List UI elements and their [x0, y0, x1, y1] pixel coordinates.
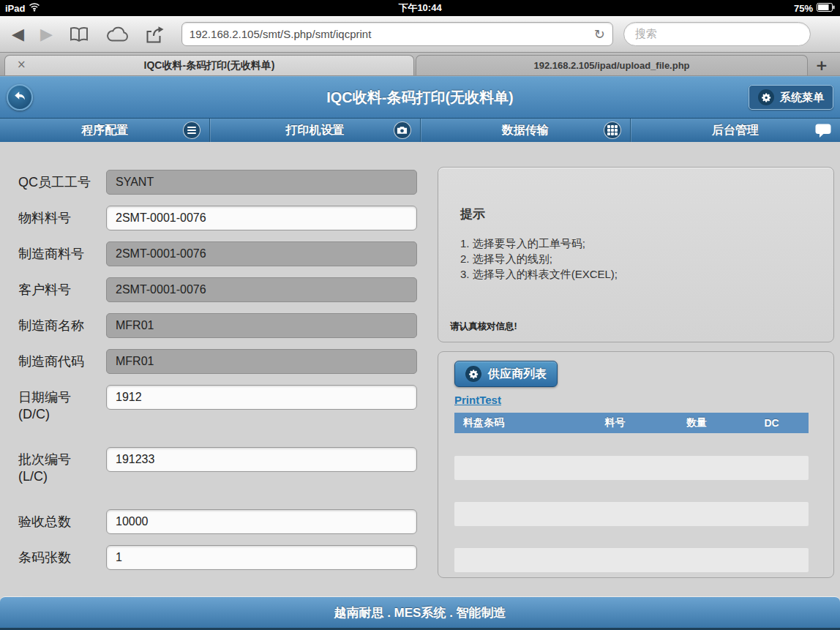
battery-percent: 75%: [794, 3, 813, 14]
supplier-list-label: 供应商列表: [488, 367, 547, 382]
column-header: 料号: [596, 416, 678, 430]
tips-list: 1. 选择要导入的工单号码; 2. 选择导入的线别; 3. 选择导入的料表文件(…: [460, 236, 811, 282]
form-row: 客户料号: [18, 277, 417, 302]
address-bar[interactable]: 192.168.2.105/smt/S.php/smt/iqcprint ↻: [181, 22, 613, 46]
search-placeholder: 搜索: [635, 27, 657, 41]
field-label: 客户料号: [18, 277, 106, 302]
tab-iqcprint[interactable]: × IQC收料-条码打印(无收料单): [4, 55, 414, 75]
table-empty-row: [454, 456, 809, 480]
form-row: 条码张数: [18, 545, 417, 570]
nav-bar: 程序配置 打印机设置 数据传输 后台管理: [0, 118, 840, 142]
system-menu-button[interactable]: 系统菜单: [749, 85, 833, 110]
bookmarks-icon[interactable]: [69, 26, 89, 42]
field-label: 制造商料号: [18, 241, 106, 266]
field-label: 物料料号: [18, 206, 106, 230]
form-row: QC员工工号: [18, 170, 417, 195]
column-header: DC: [755, 417, 809, 429]
tab-upload-file[interactable]: 192.168.2.105/ipad/upload_file.php: [416, 55, 808, 75]
close-tab-icon[interactable]: ×: [17, 59, 26, 70]
field-label: QC员工工号: [18, 170, 106, 195]
column-header: 数量: [678, 416, 755, 430]
nav-label: 后台管理: [712, 123, 759, 138]
form-row: 批次编号 (L/C): [18, 447, 417, 485]
nav-label: 打印机设置: [285, 123, 344, 138]
field-label: 批次编号 (L/C): [18, 447, 106, 485]
tips-item: 1. 选择要导入的工单号码;: [460, 236, 811, 251]
field-label: 制造商代码: [18, 349, 106, 374]
system-menu-label: 系统菜单: [780, 91, 824, 105]
gear-icon: [758, 89, 774, 105]
accepted-quantity-field[interactable]: [106, 509, 417, 534]
battery-icon: [817, 3, 835, 14]
column-header: 料盘条码: [454, 416, 596, 430]
browser-back-button[interactable]: ◀: [12, 26, 24, 42]
right-column: 提示 1. 选择要导入的工单号码; 2. 选择导入的线别; 3. 选择导入的料表…: [438, 167, 834, 578]
browser-forward-button[interactable]: ▶: [40, 26, 53, 42]
tips-item: 3. 选择导入的料表文件(EXCEL);: [460, 266, 811, 282]
tab-bar: × IQC收料-条码打印(无收料单) 192.168.2.105/ipad/up…: [0, 53, 840, 76]
tips-panel: 提示 1. 选择要导入的工单号码; 2. 选择导入的线别; 3. 选择导入的料表…: [438, 167, 834, 342]
manufacturer-code-field: [106, 349, 417, 374]
tips-title: 提示: [460, 206, 811, 222]
barcode-count-field[interactable]: [106, 545, 417, 570]
nav-item-data-transfer[interactable]: 数据传输: [420, 119, 630, 142]
new-tab-button[interactable]: +: [808, 55, 836, 75]
field-label: 验收总数: [18, 509, 106, 534]
material-part-number-field[interactable]: [106, 206, 417, 230]
clock: 下午10:44: [0, 1, 840, 15]
table-empty-row: [454, 502, 809, 526]
supplier-list-button[interactable]: 供应商列表: [454, 361, 558, 387]
manufacturer-part-number-field: [106, 241, 417, 266]
chat-bubble-icon: [815, 124, 831, 140]
field-label: 制造商名称: [18, 313, 106, 338]
nav-label: 数据传输: [502, 123, 549, 138]
print-test-link[interactable]: PrintTest: [454, 394, 501, 406]
share-icon[interactable]: [145, 26, 165, 43]
carrier-label: iPad: [5, 3, 25, 14]
form-row: 制造商名称: [18, 313, 417, 338]
date-code-field[interactable]: [106, 385, 417, 410]
lot-code-field[interactable]: [106, 447, 417, 472]
footer-text: 越南耐思 . MES系统 . 智能制造: [334, 604, 506, 621]
customer-part-number-field: [106, 277, 417, 302]
tips-item: 2. 选择导入的线别;: [460, 251, 811, 266]
app-header: IQC收料-条码打印(无收料单) 系统菜单: [0, 76, 840, 118]
reel-table-header: 料盘条码 料号 数量 DC: [454, 413, 809, 433]
reload-icon[interactable]: ↻: [594, 26, 605, 42]
wifi-icon: [29, 2, 40, 14]
address-bar-url[interactable]: 192.168.2.105/smt/S.php/smt/iqcprint: [190, 28, 594, 40]
field-label: 条码张数: [18, 545, 106, 570]
app-back-button[interactable]: [7, 84, 33, 110]
nav-item-printer-settings[interactable]: 打印机设置: [209, 119, 419, 142]
form-row: 制造商料号: [18, 241, 417, 266]
form-row: 验收总数: [18, 509, 417, 534]
tab-title: IQC收料-条码打印(无收料单): [144, 59, 275, 72]
page-title: IQC收料-条码打印(无收料单): [0, 88, 840, 108]
iqc-form: QC员工工号 物料料号 制造商料号 客户料号 制造商名称 制造商代码 日期编号 …: [18, 170, 417, 623]
nav-label: 程序配置: [81, 123, 128, 138]
icloud-icon[interactable]: [105, 26, 129, 42]
camera-icon: [394, 121, 411, 139]
search-input[interactable]: 搜索: [623, 22, 811, 46]
back-arrow-icon: [13, 91, 26, 105]
supplier-panel: 供应商列表 PrintTest 料盘条码 料号 数量 DC: [438, 351, 834, 578]
table-empty-row: [454, 548, 809, 572]
form-row: 日期编号 (D/C): [18, 385, 417, 423]
grid-icon: [604, 121, 621, 139]
qc-employee-id-field: [106, 170, 417, 195]
field-label: 日期编号 (D/C): [18, 385, 106, 423]
browser-toolbar: ◀ ▶ 192.168.2.105/smt/S.php/smt/iqcprint…: [0, 16, 840, 53]
nav-item-backend-admin[interactable]: 后台管理: [630, 119, 840, 142]
main-content: QC员工工号 物料料号 制造商料号 客户料号 制造商名称 制造商代码 日期编号 …: [0, 142, 840, 596]
nav-item-program-config[interactable]: 程序配置: [0, 119, 209, 142]
app-footer: 越南耐思 . MES系统 . 智能制造: [0, 596, 840, 630]
tips-footer-note: 请认真核对信息!: [450, 320, 517, 333]
tab-title: 192.168.2.105/ipad/upload_file.php: [533, 60, 689, 71]
form-row: 制造商代码: [18, 349, 417, 374]
status-bar: iPad 下午10:44 75%: [0, 0, 840, 16]
menu-lines-icon: [183, 121, 200, 139]
manufacturer-name-field: [106, 313, 417, 338]
gear-icon: [465, 366, 481, 382]
form-row: 物料料号: [18, 206, 417, 230]
